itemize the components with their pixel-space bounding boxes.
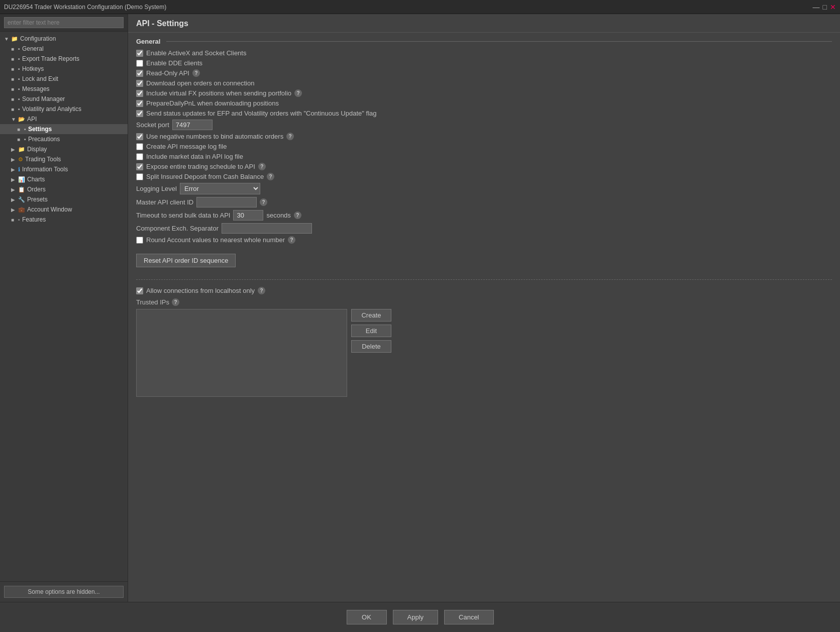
use-negative-numbers-checkbox[interactable]	[136, 133, 143, 140]
master-api-client-help-icon[interactable]: ?	[260, 198, 267, 206]
sidebar-item-general[interactable]: ■ ▪ General	[0, 44, 128, 54]
prepare-daily-pnl-checkbox[interactable]	[136, 100, 143, 107]
checkbox-enable-dde: Enable DDE clients	[136, 59, 832, 67]
sidebar-item-export-trade-reports[interactable]: ■ ▪ Export Trade Reports	[0, 54, 128, 64]
sidebar-item-orders[interactable]: ▶ 📋 Orders	[0, 184, 128, 194]
include-market-data-label: Include market data in API log file	[146, 153, 243, 160]
include-market-data-checkbox[interactable]	[136, 153, 143, 160]
section-divider	[136, 279, 832, 280]
logging-level-select[interactable]: Error Warning Info Debug	[180, 183, 260, 194]
sidebar-label-info-tools: Information Tools	[22, 166, 68, 173]
expose-trading-schedule-help-icon[interactable]: ?	[258, 163, 266, 170]
trusted-ips-buttons: Create Edit Delete	[351, 309, 391, 397]
maximize-button[interactable]: □	[823, 3, 827, 11]
timeout-label: Timeout to send bulk data to API	[136, 212, 230, 219]
hidden-options-button[interactable]: Some options are hidden...	[4, 586, 124, 598]
include-virtual-fx-help-icon[interactable]: ?	[294, 89, 302, 97]
sidebar-label-api-settings: Settings	[28, 126, 52, 133]
toggle-icon: ■	[11, 217, 16, 223]
allow-localhost-checkbox[interactable]	[136, 287, 143, 294]
include-virtual-fx-checkbox[interactable]	[136, 90, 143, 97]
round-account-values-checkbox[interactable]	[136, 237, 143, 244]
sidebar-label-volatility: Volatility and Analytics	[22, 106, 81, 113]
component-sep-row: Component Exch. Separator	[136, 223, 832, 234]
expose-trading-schedule-checkbox[interactable]	[136, 163, 143, 170]
sidebar-label-trading-tools: Trading Tools	[25, 156, 61, 163]
sidebar-bottom: Some options are hidden...	[0, 581, 128, 602]
download-open-orders-label: Download open orders on connection	[146, 79, 254, 87]
timeout-help-icon[interactable]: ?	[294, 212, 301, 219]
trusted-ips-help-icon[interactable]: ?	[172, 298, 179, 306]
read-only-api-help-icon[interactable]: ?	[192, 69, 200, 77]
sidebar-item-api-settings[interactable]: ■ ▪ Settings	[0, 124, 128, 134]
sidebar-item-display[interactable]: ▶ 📁 Display	[0, 144, 128, 154]
sidebar-label-configuration: Configuration	[20, 35, 56, 42]
reset-api-order-button[interactable]: Reset API order ID sequence	[136, 254, 236, 267]
footer: OK Apply Cancel	[0, 602, 840, 632]
enable-activex-checkbox[interactable]	[136, 50, 143, 57]
sidebar-item-trading-tools[interactable]: ▶ ⚙ Trading Tools	[0, 154, 128, 164]
close-button[interactable]: ✕	[830, 3, 836, 11]
split-insured-help-icon[interactable]: ?	[267, 173, 274, 180]
sidebar-item-features[interactable]: ■ ▪ Features	[0, 215, 128, 225]
sidebar-item-hotkeys[interactable]: ■ ▪ Hotkeys	[0, 64, 128, 74]
sidebar: ▼ 📁 Configuration ■ ▪ General ■ ▪ Export…	[0, 14, 128, 602]
sidebar-item-sound-manager[interactable]: ■ ▪ Sound Manager	[0, 94, 128, 104]
sidebar-item-api[interactable]: ▼ 📂 API	[0, 114, 128, 124]
page-icon: ▪	[18, 76, 20, 82]
toggle-icon: ■	[11, 86, 16, 92]
split-insured-checkbox[interactable]	[136, 173, 143, 180]
trusted-ips-edit-button[interactable]: Edit	[351, 325, 391, 337]
checkbox-split-insured: Split Insured Deposit from Cash Balance …	[136, 173, 832, 180]
sidebar-item-charts[interactable]: ▶ 📊 Charts	[0, 174, 128, 184]
logging-level-row: Logging Level Error Warning Info Debug	[136, 183, 832, 194]
sidebar-label-features: Features	[22, 216, 46, 223]
toggle-icon: ■	[17, 137, 22, 142]
sidebar-label-lock-exit: Lock and Exit	[22, 75, 58, 82]
create-api-log-checkbox[interactable]	[136, 143, 143, 150]
window-controls[interactable]: — □ ✕	[813, 3, 836, 11]
use-negative-numbers-help-icon[interactable]: ?	[286, 133, 294, 140]
read-only-api-checkbox[interactable]	[136, 70, 143, 77]
toggle-icon: ■	[11, 96, 16, 102]
timeout-input[interactable]	[233, 210, 263, 221]
apply-button[interactable]: Apply	[393, 610, 439, 624]
sidebar-item-presets[interactable]: ▶ 🔧 Presets	[0, 194, 128, 204]
toggle-icon: ■	[11, 46, 16, 52]
window-title: DU226954 Trader Workstation Configuratio…	[4, 4, 166, 11]
page-title: API - Settings	[136, 19, 188, 28]
trusted-ips-create-button[interactable]: Create	[351, 309, 391, 322]
sidebar-item-configuration[interactable]: ▼ 📁 Configuration	[0, 34, 128, 44]
round-account-values-help-icon[interactable]: ?	[288, 236, 295, 244]
trusted-ips-label-row: Trusted IPs ?	[136, 298, 832, 306]
master-api-client-input[interactable]	[196, 197, 257, 207]
sidebar-item-information-tools[interactable]: ▶ ℹ Information Tools	[0, 164, 128, 174]
allow-localhost-help-icon[interactable]: ?	[258, 287, 265, 294]
sidebar-item-account-window[interactable]: ▶ 💼 Account Window	[0, 204, 128, 215]
sidebar-item-api-precautions[interactable]: ■ ▪ Precautions	[0, 134, 128, 144]
include-virtual-fx-label: Include virtual FX positions when sendin…	[146, 89, 291, 97]
sidebar-item-lock-and-exit[interactable]: ■ ▪ Lock and Exit	[0, 74, 128, 84]
toggle-icon: ▶	[11, 197, 16, 202]
toggle-icon: ▶	[11, 187, 16, 192]
sidebar-item-messages[interactable]: ■ ▪ Messages	[0, 84, 128, 94]
sidebar-label-hotkeys: Hotkeys	[22, 65, 44, 72]
ok-button[interactable]: OK	[347, 610, 387, 624]
toggle-icon: ■	[17, 127, 22, 132]
socket-port-input[interactable]	[172, 120, 213, 130]
expose-trading-schedule-label: Expose entire trading schedule to API	[146, 163, 255, 170]
download-open-orders-checkbox[interactable]	[136, 80, 143, 87]
trusted-ips-delete-button[interactable]: Delete	[351, 340, 391, 353]
send-status-updates-checkbox[interactable]	[136, 110, 143, 117]
account-icon: 💼	[18, 206, 25, 213]
use-negative-numbers-label: Use negative numbers to bind automatic o…	[146, 133, 283, 140]
minimize-button[interactable]: —	[813, 3, 820, 11]
gear-icon: ⚙	[18, 156, 23, 163]
cancel-button[interactable]: Cancel	[444, 610, 493, 624]
allow-localhost-label: Allow connections from localhost only	[146, 287, 255, 294]
enable-dde-checkbox[interactable]	[136, 60, 143, 67]
filter-input[interactable]	[4, 17, 124, 28]
prepare-daily-pnl-label: PrepareDailyPnL when downloading positio…	[146, 99, 279, 107]
component-sep-input[interactable]	[222, 223, 312, 234]
sidebar-item-volatility[interactable]: ■ ▪ Volatility and Analytics	[0, 104, 128, 114]
